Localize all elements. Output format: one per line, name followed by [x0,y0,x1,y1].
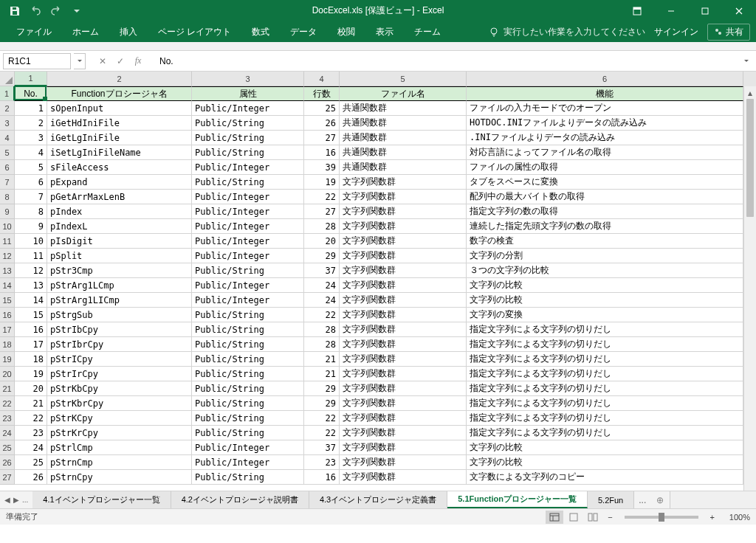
cell[interactable]: 共通関数群 [340,116,467,131]
cell[interactable]: pStrIrCpy [47,367,192,381]
cell[interactable]: 29 [304,396,340,411]
cell[interactable]: 指定文字列の数の取得 [467,204,743,219]
cell[interactable]: 文字列関数群 [340,396,467,411]
sheet-tab[interactable]: 4.1イベントプロシージャー一覧 [32,491,171,508]
tab-nav-more-prev[interactable]: ... [22,496,28,504]
cell[interactable]: 数字の検査 [467,234,743,249]
cell[interactable]: Public/Integer [192,455,304,470]
cell[interactable]: Public/String [192,308,304,322]
cell[interactable]: 4 [15,145,47,160]
cell[interactable]: 文字列関数群 [340,190,467,204]
row-header[interactable]: 21 [0,381,15,396]
cell[interactable]: 1 [15,101,47,116]
cell[interactable]: 文字列関数群 [340,352,467,367]
cell[interactable]: 文字列関数群 [340,411,467,426]
cell[interactable]: 対応言語によってファイル名の取得 [467,145,743,160]
cell[interactable]: pStrICpy [47,352,192,367]
ribbon-tab-3[interactable]: ページ レイアウト [148,21,241,42]
cell[interactable]: 16 [15,322,47,337]
cell[interactable]: 文字列関数群 [340,426,467,440]
formula-expand-button[interactable] [740,58,753,65]
row-header[interactable]: 7 [0,175,15,190]
tab-nav-prev[interactable]: ◀ [4,496,10,504]
row-header[interactable]: 24 [0,426,15,440]
cell[interactable]: pStrIbrCpy [47,337,192,352]
cell[interactable]: 文字列の比較 [467,278,743,293]
select-all-button[interactable] [0,72,15,86]
table-header-cell[interactable]: 行数 [304,86,340,101]
cell[interactable]: 20 [15,381,47,396]
row-header[interactable]: 3 [0,116,15,131]
cell[interactable]: iGetHdIniFile [47,116,192,131]
cell[interactable]: Public/Integer [192,278,304,293]
save-button[interactable] [6,2,24,20]
cell[interactable]: 指定文字列による文字列の切りだし [467,352,743,367]
cell[interactable]: 文字列の比較 [467,440,743,455]
cell[interactable]: 39 [304,160,340,175]
cell[interactable]: 文字列関数群 [340,175,467,190]
cell[interactable]: 22 [304,411,340,426]
cell[interactable]: 37 [304,263,340,278]
cell[interactable]: 文字列関数群 [340,440,467,455]
horizontal-scrollbar[interactable] [670,491,756,508]
cell[interactable]: 24 [15,440,47,455]
cell[interactable]: 15 [15,308,47,322]
sign-in-link[interactable]: サインイン [654,26,698,38]
cell[interactable]: 文字列関数群 [340,470,467,485]
cell[interactable]: 19 [15,367,47,381]
cell[interactable]: 文字列関数群 [340,455,467,470]
share-button[interactable]: 共有 [707,24,750,41]
cell[interactable]: ３つの文字列の比較 [467,263,743,278]
cell[interactable]: pStrArg1LICmp [47,293,192,308]
cell[interactable]: pStrnCpy [47,470,192,485]
cell[interactable]: 指定文字列による文字列の切りだし [467,337,743,352]
cell[interactable]: 27 [304,204,340,219]
cell[interactable]: pIndexL [47,219,192,234]
normal-view-button[interactable] [546,511,563,524]
cell[interactable]: 7 [15,190,47,204]
tab-nav-next[interactable]: ▶ [13,496,19,504]
cell[interactable]: pStrArg1LCmp [47,278,192,293]
cell[interactable]: 文字列の比較 [467,455,743,470]
cell[interactable]: Public/Integer [192,234,304,249]
cell[interactable]: 文字列関数群 [340,381,467,396]
cell[interactable]: Public/Integer [192,190,304,204]
vertical-scrollbar[interactable]: ▴ [743,86,756,491]
sheet-tab[interactable]: 4.3イベントプロシージャ定義書 [309,491,447,508]
cell[interactable]: 文字列関数群 [340,263,467,278]
cell[interactable]: 5 [15,160,47,175]
cell[interactable]: Public/String [192,322,304,337]
cell[interactable]: 8 [15,204,47,219]
cell[interactable]: 22 [15,411,47,426]
zoom-out-button[interactable]: − [603,513,616,522]
cell[interactable]: 文字列関数群 [340,234,467,249]
cell[interactable]: 29 [304,249,340,263]
cell[interactable]: 19 [304,175,340,190]
cell[interactable]: 28 [304,337,340,352]
cell[interactable]: ファイルの属性の取得 [467,160,743,175]
row-header[interactable]: 23 [0,411,15,426]
ribbon-tab-6[interactable]: 校閲 [327,21,365,42]
cell[interactable]: iGetLgIniFile [47,131,192,145]
cell[interactable]: Public/String [192,352,304,367]
ribbon-tab-7[interactable]: 表示 [365,21,404,42]
cell[interactable]: Public/String [192,470,304,485]
row-header[interactable]: 25 [0,440,15,455]
cell[interactable]: pSplit [47,249,192,263]
cell[interactable]: HOTDOC.INIファイルよりデータの読み込み [467,116,743,131]
cell[interactable]: 22 [304,190,340,204]
cell[interactable]: 16 [304,145,340,160]
table-header-cell[interactable]: 機能 [467,86,743,101]
scroll-up-button[interactable]: ▴ [744,86,756,99]
cell[interactable]: 共通関数群 [340,101,467,116]
cell[interactable]: pStrlCmp [47,440,192,455]
cell[interactable]: 文字列の比較 [467,293,743,308]
cell[interactable]: 24 [304,293,340,308]
formula-input[interactable] [155,53,737,69]
cell[interactable]: pGetArrMaxLenB [47,190,192,204]
col-header[interactable]: 3 [192,72,304,86]
name-box[interactable]: R1C1 [3,53,71,69]
minimize-button[interactable] [654,0,688,21]
cell[interactable]: pIndex [47,204,192,219]
sheet-tab[interactable]: 5.2Fun [588,491,634,508]
